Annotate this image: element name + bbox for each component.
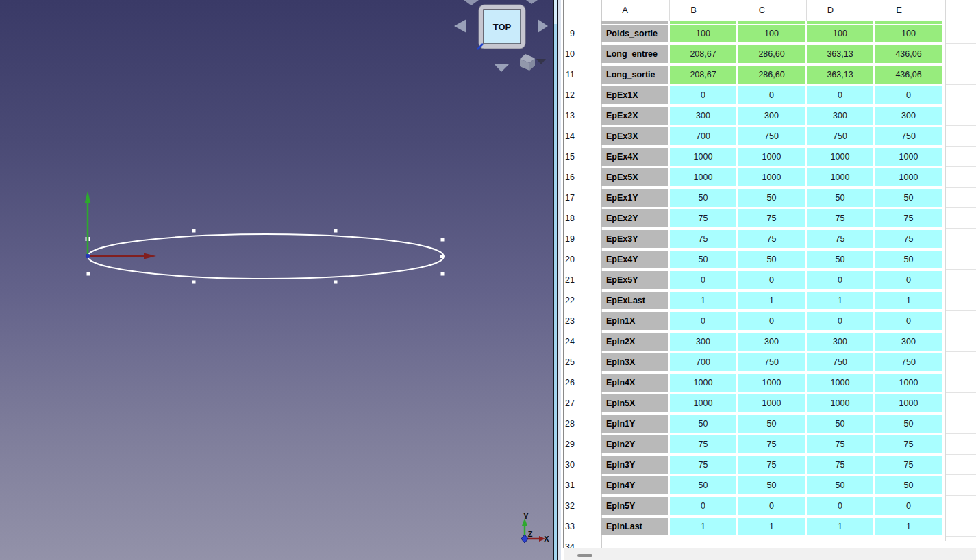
value-cell[interactable]: 0: [738, 271, 805, 289]
row-label-cell[interactable]: EpEx4X: [601, 148, 668, 166]
value-cell[interactable]: 0: [738, 497, 805, 515]
value-cell[interactable]: 1000: [670, 148, 736, 166]
value-cell[interactable]: 1000: [807, 148, 873, 166]
ellipse-handle[interactable]: [334, 281, 338, 284]
row-number[interactable]: 20: [564, 251, 575, 268]
value-cell[interactable]: 1: [670, 518, 736, 535]
row-label-cell[interactable]: EpEx1X: [601, 86, 668, 104]
value-cell[interactable]: 50: [875, 251, 942, 268]
value-cell[interactable]: 750: [875, 127, 942, 145]
value-cell[interactable]: 1: [807, 292, 873, 309]
value-cell[interactable]: 750: [875, 353, 942, 371]
row-number[interactable]: 25: [564, 353, 575, 371]
row-number[interactable]: 12: [564, 86, 575, 104]
3d-viewport[interactable]: TOP Y X Z: [0, 0, 553, 560]
value-cell[interactable]: 750: [738, 353, 805, 371]
value-cell[interactable]: 1000: [670, 168, 736, 186]
value-cell[interactable]: 0: [738, 86, 805, 104]
row-number[interactable]: 32: [564, 497, 575, 515]
row-number[interactable]: 18: [564, 209, 575, 227]
value-cell[interactable]: 50: [738, 476, 805, 494]
value-cell[interactable]: 1000: [875, 394, 942, 412]
navcube-face-label[interactable]: TOP: [493, 22, 512, 32]
row-label-cell[interactable]: EpIn4Y: [601, 476, 668, 494]
row-number[interactable]: 15: [564, 148, 575, 166]
value-cell[interactable]: 75: [875, 209, 942, 227]
value-cell[interactable]: 300: [670, 333, 736, 351]
row-number[interactable]: 17: [564, 189, 575, 207]
value-cell[interactable]: 1: [875, 518, 942, 535]
value-cell[interactable]: 50: [670, 251, 736, 268]
value-cell[interactable]: 300: [875, 107, 942, 125]
navcube-rotate-arrow-top-right[interactable]: [526, 0, 538, 4]
horizontal-scrollbar[interactable]: [564, 548, 976, 560]
column-header[interactable]: B: [660, 0, 727, 21]
navcube-arrow-down[interactable]: [494, 64, 510, 72]
value-cell[interactable]: 50: [875, 415, 942, 433]
row-label-cell[interactable]: Poids_sortie: [601, 25, 668, 42]
value-cell[interactable]: 1000: [738, 168, 805, 186]
value-cell[interactable]: 1000: [738, 148, 805, 166]
value-cell[interactable]: 0: [875, 312, 942, 330]
value-cell[interactable]: 436,06: [875, 66, 942, 84]
value-cell[interactable]: 50: [807, 189, 873, 207]
value-cell[interactable]: 75: [875, 456, 942, 474]
navigation-cube[interactable]: TOP: [449, 0, 551, 75]
value-cell[interactable]: 1000: [875, 148, 942, 166]
row-label-cell[interactable]: EpInLast: [601, 518, 668, 535]
ellipse-handle[interactable]: [440, 255, 443, 258]
value-cell[interactable]: 0: [670, 497, 736, 515]
row-number[interactable]: 26: [564, 374, 575, 392]
value-cell[interactable]: 0: [807, 271, 873, 289]
value-cell[interactable]: 75: [738, 230, 805, 248]
value-cell[interactable]: 100: [670, 25, 736, 42]
row-number[interactable]: 22: [564, 292, 575, 309]
value-cell[interactable]: 300: [807, 333, 873, 351]
row-label-cell[interactable]: Long_entree: [601, 45, 668, 63]
ellipse-handle[interactable]: [441, 238, 445, 242]
value-cell[interactable]: 1000: [670, 374, 736, 392]
value-cell[interactable]: 1: [670, 292, 736, 309]
value-cell[interactable]: 0: [875, 86, 942, 104]
value-cell[interactable]: 1000: [738, 394, 805, 412]
row-label-cell[interactable]: EpIn4X: [601, 374, 668, 392]
navcube-arrow-left[interactable]: [454, 19, 466, 33]
sketch-origin-point[interactable]: [86, 254, 90, 258]
row-label-cell[interactable]: EpEx1Y: [601, 189, 668, 207]
value-cell[interactable]: 50: [738, 189, 805, 207]
value-cell[interactable]: 75: [875, 435, 942, 453]
value-cell[interactable]: 100: [738, 25, 805, 42]
value-cell[interactable]: 50: [807, 415, 873, 433]
column-header[interactable]: A: [592, 0, 658, 21]
row-number[interactable]: 23: [564, 312, 575, 330]
value-cell[interactable]: 75: [738, 209, 805, 227]
value-cell[interactable]: 1000: [807, 394, 873, 412]
value-cell[interactable]: 0: [670, 86, 736, 104]
value-cell[interactable]: 50: [875, 189, 942, 207]
value-cell[interactable]: 75: [807, 230, 873, 248]
row-number[interactable]: 21: [564, 271, 575, 289]
column-header[interactable]: E: [866, 0, 932, 21]
value-cell[interactable]: 50: [738, 251, 805, 268]
row-label-cell[interactable]: EpIn3X: [601, 353, 668, 371]
ellipse-handle[interactable]: [87, 272, 90, 276]
row-label-cell[interactable]: EpEx2X: [601, 107, 668, 125]
value-cell[interactable]: 750: [807, 127, 873, 145]
value-cell[interactable]: 208,67: [670, 66, 736, 84]
value-cell[interactable]: 75: [738, 456, 805, 474]
row-number[interactable]: 13: [564, 107, 575, 125]
value-cell[interactable]: 75: [875, 230, 942, 248]
ellipse-handle[interactable]: [192, 229, 196, 233]
row-label-cell[interactable]: Long_sortie: [601, 66, 668, 84]
row-label-cell[interactable]: EpIn5Y: [601, 497, 668, 515]
value-cell[interactable]: 700: [670, 353, 736, 371]
value-cell[interactable]: 0: [670, 312, 736, 330]
value-cell[interactable]: 75: [807, 435, 873, 453]
value-cell[interactable]: 75: [670, 209, 736, 227]
row-label-cell[interactable]: EpIn1Y: [601, 415, 668, 433]
value-cell[interactable]: 50: [807, 251, 873, 268]
ellipse-handle[interactable]: [334, 229, 338, 233]
row-number[interactable]: 16: [564, 168, 575, 186]
row-number[interactable]: 30: [564, 456, 575, 474]
row-label-cell[interactable]: EpIn3Y: [601, 456, 668, 474]
